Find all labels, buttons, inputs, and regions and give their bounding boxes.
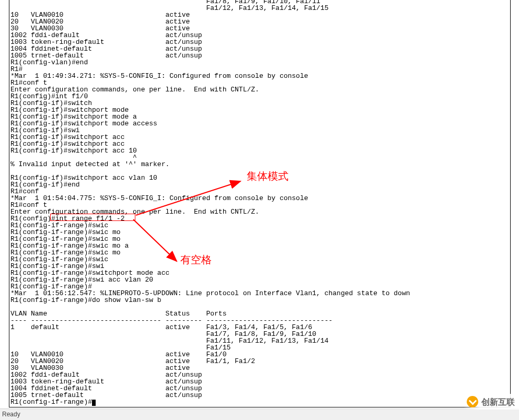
status-bar: Ready [0, 409, 519, 420]
terminal-cursor [92, 400, 96, 406]
status-text: Ready [2, 411, 20, 418]
watermark-logo-icon [467, 396, 478, 407]
watermark: 创新互联 [464, 394, 519, 410]
watermark-text: 创新互联 [481, 399, 515, 405]
terminal-output[interactable]: Fa1/8, Fa1/9, Fa1/10, Fa1/11 Fa1/12, Fa1… [10, 0, 410, 406]
screenshot-viewport: Fa1/8, Fa1/9, Fa1/10, Fa1/11 Fa1/12, Fa1… [0, 0, 519, 420]
